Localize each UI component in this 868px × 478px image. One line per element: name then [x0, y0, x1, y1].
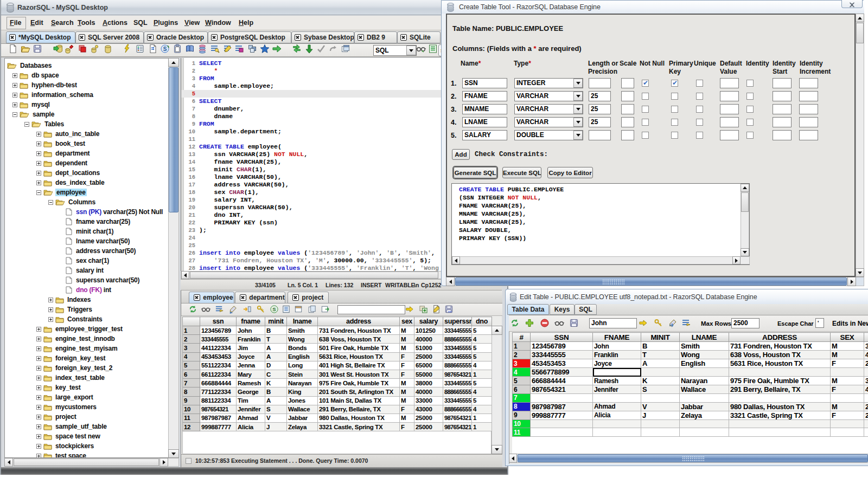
- svg-text:S: S: [272, 306, 276, 312]
- svg-text:S: S: [163, 46, 167, 52]
